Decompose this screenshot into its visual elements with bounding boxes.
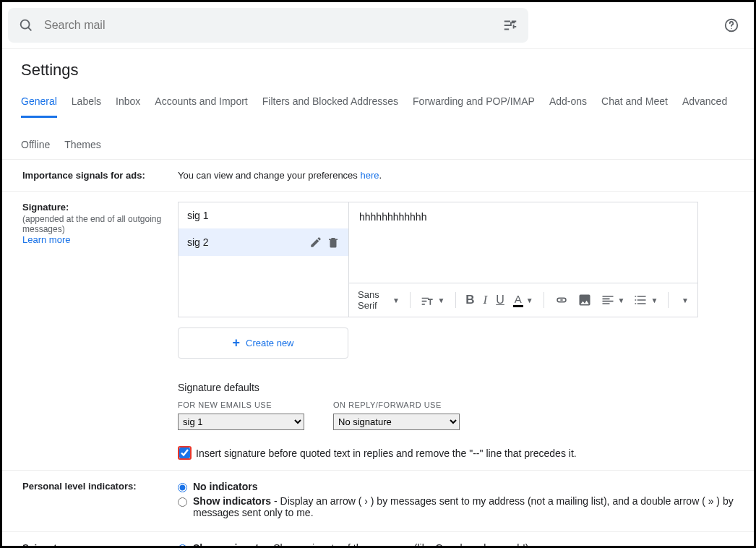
font-select[interactable]: Sans Serif▼ <box>355 288 403 312</box>
insert-signature-checkbox[interactable] <box>179 448 190 458</box>
tab-filters[interactable]: Filters and Blocked Addresses <box>262 88 398 117</box>
delete-icon[interactable] <box>327 236 340 249</box>
signature-defaults-heading: Signature defaults <box>178 382 747 393</box>
importance-row: Importance signals for ads: You can view… <box>2 160 754 192</box>
align-icon[interactable]: ▼ <box>598 291 628 309</box>
importance-heading: Importance signals for ads: <box>22 170 145 181</box>
bold-icon[interactable]: B <box>463 291 477 309</box>
search-icon <box>18 17 34 33</box>
help-icon[interactable] <box>723 17 739 33</box>
personal-indicators-row: Personal level indicators: No indicators… <box>2 471 754 532</box>
signature-editor-text[interactable]: hhhhhhhhhhhh <box>349 202 697 283</box>
text-color-icon[interactable]: A▼ <box>510 291 536 309</box>
plus-icon: + <box>233 335 241 351</box>
for-new-label: FOR NEW EMAILS USE <box>178 401 304 409</box>
tab-general[interactable]: General <box>21 88 57 118</box>
tab-advanced[interactable]: Advanced <box>682 88 727 117</box>
tabs-row: General Labels Inbox Accounts and Import… <box>2 88 754 160</box>
underline-icon[interactable]: U <box>493 292 507 308</box>
signature-row: Signature: (appended at the end of all o… <box>2 192 754 471</box>
tab-themes[interactable]: Themes <box>64 132 101 159</box>
more-formatting-icon[interactable]: ▼ <box>676 295 692 306</box>
tab-labels[interactable]: Labels <box>72 88 101 117</box>
show-snippets-radio[interactable] <box>178 544 187 548</box>
signature-item-1[interactable]: sig 1 <box>179 202 348 228</box>
content-area: Importance signals for ads: You can view… <box>2 160 754 548</box>
personal-indicators-heading: Personal level indicators: <box>22 481 137 492</box>
importance-link[interactable]: here <box>360 170 379 181</box>
search-input[interactable] <box>44 19 502 32</box>
signature-item-2[interactable]: sig 2 <box>179 228 348 256</box>
list-icon[interactable]: ▼ <box>630 291 661 309</box>
svg-point-0 <box>21 20 30 29</box>
tab-addons[interactable]: Add-ons <box>549 88 587 117</box>
tab-offline[interactable]: Offline <box>21 132 50 159</box>
insert-signature-text: Insert signature before quoted text in r… <box>196 448 577 459</box>
image-icon[interactable] <box>575 291 595 309</box>
create-new-button[interactable]: + Create new <box>178 327 348 359</box>
show-indicators-radio[interactable] <box>178 497 187 507</box>
no-indicators-radio[interactable] <box>178 483 187 492</box>
search-box[interactable] <box>8 8 528 43</box>
signature-list: sig 1 sig 2 <box>179 202 349 317</box>
insert-checkbox-highlight <box>178 446 192 460</box>
svg-point-3 <box>731 28 731 29</box>
signature-subtext: (appended at the end of all outgoing mes… <box>22 214 178 234</box>
edit-icon[interactable] <box>309 236 322 249</box>
for-new-select[interactable]: sig 1 <box>178 414 304 430</box>
font-size-icon[interactable]: ▼ <box>418 291 448 309</box>
tab-forwarding[interactable]: Forwarding and POP/IMAP <box>413 88 535 117</box>
snippets-row: Snippets: Show snippets - Show snippets … <box>2 532 754 548</box>
link-icon[interactable] <box>551 291 572 309</box>
signature-panel: sig 1 sig 2 hhhhhhh <box>178 202 698 317</box>
svg-line-1 <box>28 27 31 30</box>
signature-defaults-row: FOR NEW EMAILS USE sig 1 ON REPLY/FORWAR… <box>178 401 747 430</box>
signature-learn-more[interactable]: Learn more <box>22 234 70 245</box>
page-title: Settings <box>2 49 754 88</box>
italic-icon[interactable]: I <box>481 291 491 309</box>
on-reply-select[interactable]: No signature <box>333 414 460 430</box>
tab-accounts[interactable]: Accounts and Import <box>155 88 247 117</box>
importance-text: You can view and change your preferences <box>178 170 360 181</box>
signature-toolbar: Sans Serif▼ ▼ B I U A▼ ▼ ▼ <box>349 283 697 317</box>
app-frame: Settings General Labels Inbox Accounts a… <box>0 0 756 548</box>
search-options-icon[interactable] <box>502 17 518 33</box>
signature-editor: hhhhhhhhhhhh Sans Serif▼ ▼ B I U A▼ <box>349 202 697 317</box>
tab-chat[interactable]: Chat and Meet <box>601 88 668 117</box>
snippets-heading: Snippets: <box>22 542 65 548</box>
insert-signature-row: Insert signature before quoted text in r… <box>178 446 747 460</box>
signature-heading: Signature: <box>22 202 69 213</box>
tab-inbox[interactable]: Inbox <box>116 88 140 117</box>
top-bar <box>2 2 754 49</box>
on-reply-label: ON REPLY/FORWARD USE <box>333 401 460 409</box>
